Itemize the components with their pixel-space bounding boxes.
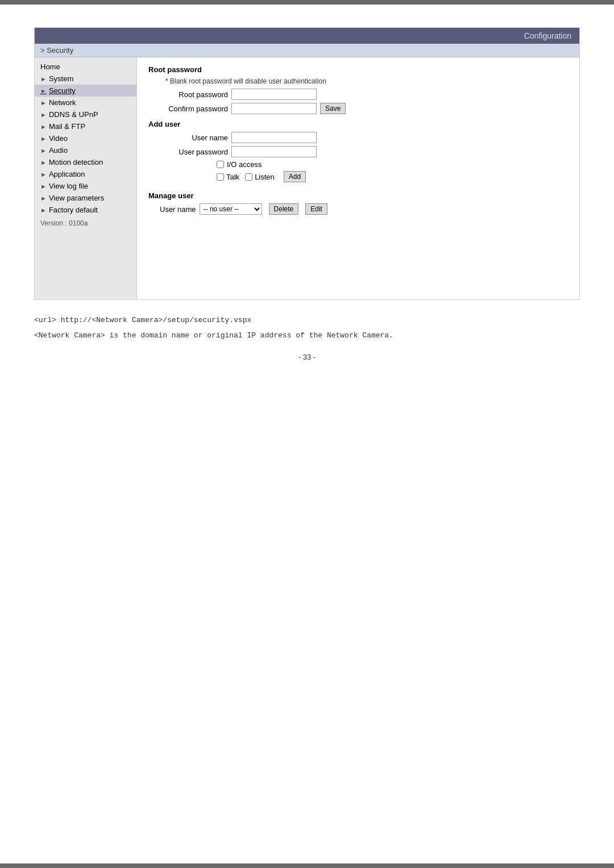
- io-access-row: I/O access: [217, 160, 568, 169]
- root-password-label: Root password: [160, 90, 228, 99]
- breadcrumb: > Security: [35, 44, 579, 57]
- root-password-title: Root password: [148, 65, 568, 74]
- manage-user-title: Manage user: [148, 191, 568, 200]
- sidebar-item-application[interactable]: ► Application: [35, 168, 136, 180]
- manage-user-name-label: User name: [160, 205, 196, 214]
- confirm-password-row: Confirm password Save: [160, 103, 568, 114]
- root-password-input[interactable]: [231, 89, 317, 100]
- listen-checkbox[interactable]: [245, 173, 252, 181]
- talk-label: Talk: [217, 173, 239, 181]
- user-name-select[interactable]: -- no user --: [200, 203, 262, 215]
- arrow-icon: ►: [40, 76, 47, 82]
- panel-body: Home ► System ► Security ► Network: [35, 57, 579, 299]
- listen-label: Listen: [245, 173, 275, 181]
- sidebar-item-label: Video: [49, 134, 68, 143]
- sidebar-item-label: Factory default: [49, 206, 98, 214]
- sidebar-item-security[interactable]: ► Security: [35, 85, 136, 97]
- confirm-password-input[interactable]: [231, 103, 317, 114]
- arrow-icon: ►: [40, 123, 47, 130]
- arrow-icon: ►: [40, 87, 47, 94]
- sidebar-item-label: System: [49, 74, 73, 83]
- arrow-icon: ►: [40, 135, 47, 142]
- user-name-label: User name: [160, 133, 228, 142]
- sidebar-item-mail-ftp[interactable]: ► Mail & FTP: [35, 120, 136, 132]
- sidebar-item-label: Network: [49, 98, 76, 107]
- user-password-label: User password: [160, 148, 228, 156]
- arrow-icon: ►: [40, 159, 47, 166]
- manage-user-section: Manage user User name -- no user -- Dele…: [148, 191, 568, 215]
- sidebar-item-network[interactable]: ► Network: [35, 97, 136, 108]
- sidebar-item-label: Audio: [49, 146, 68, 155]
- config-header: Configuration: [35, 28, 579, 44]
- arrow-icon: ►: [40, 207, 47, 214]
- sidebar-item-label: Security: [49, 86, 76, 95]
- sidebar-item-ddns[interactable]: ► DDNS & UPnP: [35, 108, 136, 120]
- add-user-title: Add user: [148, 120, 568, 128]
- main-panel: Configuration > Security Home ► System ►: [34, 27, 580, 300]
- sidebar-item-label: View parameters: [49, 194, 104, 202]
- arrow-icon: ►: [40, 183, 47, 190]
- page-wrapper: Configuration > Security Home ► System ►: [0, 0, 614, 868]
- page-footer: - 33 -: [34, 345, 580, 373]
- url-line1: <url> http://<Network Camera>/setup/secu…: [34, 314, 580, 327]
- sidebar: Home ► System ► Security ► Network: [35, 57, 137, 299]
- sidebar-item-system[interactable]: ► System: [35, 73, 136, 85]
- save-button[interactable]: Save: [320, 103, 346, 114]
- sidebar-item-motion-detection[interactable]: ► Motion detection: [35, 156, 136, 168]
- config-title: Configuration: [524, 31, 571, 40]
- sidebar-item-label: Application: [49, 170, 85, 178]
- top-bar: [0, 0, 614, 5]
- url-line2: <Network Camera> is the domain name or o…: [34, 329, 580, 342]
- arrow-icon: ►: [40, 147, 47, 154]
- user-name-input[interactable]: [231, 132, 317, 143]
- sidebar-item-home[interactable]: Home: [35, 61, 136, 73]
- sidebar-version: Version : 0100a: [35, 216, 136, 231]
- io-access-label: I/O access: [227, 160, 262, 169]
- sidebar-item-audio[interactable]: ► Audio: [35, 144, 136, 156]
- sidebar-item-label: View log file: [49, 182, 88, 190]
- talk-listen-row: Talk Listen Add: [217, 171, 568, 182]
- user-password-input[interactable]: [231, 146, 317, 157]
- root-password-row: Root password: [160, 89, 568, 100]
- content-area: Configuration > Security Home ► System ►: [0, 5, 614, 863]
- sidebar-item-label: DDNS & UPnP: [49, 110, 98, 119]
- sidebar-item-label: Motion detection: [49, 158, 103, 166]
- arrow-icon: ►: [40, 171, 47, 178]
- bottom-bar: [0, 863, 614, 868]
- main-content: Root password * Blank root password will…: [137, 57, 579, 299]
- arrow-icon: ►: [40, 195, 47, 202]
- delete-button[interactable]: Delete: [269, 203, 299, 215]
- sidebar-item-video[interactable]: ► Video: [35, 132, 136, 144]
- user-name-row: User name: [160, 132, 568, 143]
- add-user-section: Add user User name User password I/O acc…: [148, 120, 568, 182]
- confirm-password-label: Confirm password: [160, 105, 228, 113]
- sidebar-item-label: Mail & FTP: [49, 122, 85, 131]
- root-password-hint: * Blank root password will disable user …: [165, 77, 568, 85]
- add-user-button[interactable]: Add: [284, 171, 306, 182]
- sidebar-item-view-parameters[interactable]: ► View parameters: [35, 192, 136, 204]
- sidebar-item-factory-default[interactable]: ► Factory default: [35, 204, 136, 216]
- edit-button[interactable]: Edit: [305, 203, 327, 215]
- talk-checkbox[interactable]: [217, 173, 224, 181]
- manage-user-row: User name -- no user -- Delete Edit: [160, 203, 568, 215]
- arrow-icon: ►: [40, 111, 47, 118]
- page-number: - 33 -: [298, 353, 316, 361]
- sidebar-item-view-log[interactable]: ► View log file: [35, 180, 136, 192]
- arrow-icon: ►: [40, 99, 47, 106]
- io-access-checkbox[interactable]: [217, 161, 224, 168]
- user-password-row: User password: [160, 146, 568, 157]
- url-section: <url> http://<Network Camera>/setup/secu…: [34, 314, 580, 345]
